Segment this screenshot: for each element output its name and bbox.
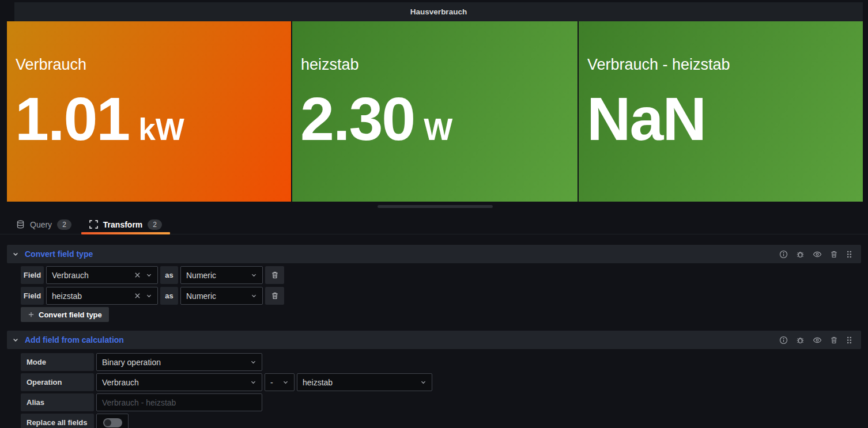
tab-transform[interactable]: Transform 2 — [89, 215, 162, 234]
operator-select[interactable]: - — [265, 373, 295, 391]
field-label: Field — [21, 287, 44, 305]
trash-icon — [271, 291, 279, 300]
plus-icon — [28, 311, 35, 318]
stat-number: 1.01 — [15, 87, 129, 151]
tab-query-badge: 2 — [57, 219, 71, 230]
toggle-track — [103, 418, 122, 427]
field-select[interactable]: Verbrauch — [46, 266, 158, 284]
delete-row-button[interactable] — [265, 266, 284, 284]
stat-value: 1.01 kW — [15, 87, 184, 151]
alias-input[interactable] — [96, 393, 262, 411]
add-convert-field-type-button[interactable]: Convert field type — [21, 307, 109, 322]
field-select[interactable]: heizstab — [46, 287, 158, 305]
chevron-down-icon — [420, 379, 427, 385]
trash-icon[interactable] — [830, 336, 838, 344]
mode-label: Mode — [21, 353, 94, 371]
trash-icon — [271, 271, 279, 279]
stat-number: 2.30 — [300, 87, 414, 151]
chevron-down-icon — [282, 379, 289, 385]
left-operand-select[interactable]: Verbrauch — [96, 373, 262, 391]
chevron-down-icon — [250, 359, 256, 365]
info-icon[interactable] — [779, 336, 788, 344]
toggle-knob — [104, 419, 111, 426]
section-title: Convert field type — [25, 249, 93, 259]
chevron-down-icon — [12, 336, 19, 343]
bug-icon[interactable] — [796, 336, 805, 344]
tab-query[interactable]: Query 2 — [16, 215, 71, 234]
section-actions — [779, 250, 861, 259]
editor-tabs: Query 2 Transform 2 — [0, 215, 868, 234]
as-label: as — [160, 266, 178, 284]
stat-tile-verbrauch: Verbrauch 1.01 kW — [7, 21, 291, 202]
tab-transform-badge: 2 — [148, 219, 162, 230]
convert-row-1: Field Verbrauch as Numeric — [21, 266, 284, 284]
chevron-down-icon — [146, 293, 152, 299]
section-title: Add field from calculation — [25, 335, 124, 344]
type-select[interactable]: Numeric — [180, 266, 263, 284]
field-label: Field — [21, 266, 44, 284]
eye-icon[interactable] — [813, 336, 822, 344]
trash-icon[interactable] — [830, 250, 838, 259]
alias-label: Alias — [21, 393, 94, 411]
mode-select[interactable]: Binary operation — [96, 353, 262, 371]
chevron-down-icon — [12, 251, 19, 257]
tab-transform-label: Transform — [103, 220, 142, 229]
section-add-field-from-calculation[interactable]: Add field from calculation — [7, 331, 861, 349]
chevron-down-icon — [251, 272, 257, 278]
grip-icon[interactable] — [846, 250, 852, 259]
stat-tile-difference: Verbrauch - heizstab NaN — [579, 21, 863, 202]
stat-value: NaN — [587, 87, 715, 151]
stat-tile-heizstab: heizstab 2.30 W — [292, 21, 578, 202]
info-icon[interactable] — [779, 250, 788, 259]
bug-icon[interactable] — [796, 250, 805, 259]
delete-row-button[interactable] — [265, 287, 284, 305]
mode-row: Mode Binary operation — [21, 353, 262, 371]
stat-number: NaN — [587, 87, 705, 151]
operation-label: Operation — [21, 373, 94, 391]
convert-row-2: Field heizstab as Numeric — [21, 287, 284, 305]
chevron-down-icon — [250, 379, 256, 385]
section-convert-field-type[interactable]: Convert field type — [7, 245, 861, 263]
transform-icon — [89, 220, 98, 229]
alias-row: Alias — [21, 393, 262, 411]
grafana-panel-editor: Hausverbrauch Verbrauch 1.01 kW heizstab… — [0, 0, 868, 428]
stat-unit: kW — [138, 112, 184, 147]
stat-label: Verbrauch — [16, 56, 86, 74]
type-select[interactable]: Numeric — [180, 287, 263, 305]
stat-value: 2.30 W — [300, 87, 452, 151]
panel-title: Hausverbrauch — [410, 7, 467, 16]
tab-query-label: Query — [30, 220, 52, 229]
close-icon[interactable] — [134, 272, 141, 278]
replace-all-fields-row: Replace all fields — [21, 414, 129, 428]
replace-all-fields-label: Replace all fields — [21, 414, 94, 428]
operation-row: Operation Verbrauch - heizstab — [21, 373, 432, 391]
eye-icon[interactable] — [813, 250, 822, 259]
stat-label: heizstab — [301, 56, 359, 74]
panel-header[interactable]: Hausverbrauch — [14, 2, 863, 21]
preview-resize-handle[interactable] — [378, 205, 493, 208]
stat-label: Verbrauch - heizstab — [587, 56, 730, 74]
replace-all-fields-toggle[interactable] — [96, 414, 129, 428]
grip-icon[interactable] — [846, 336, 852, 344]
stat-unit: W — [424, 112, 452, 147]
chevron-down-icon — [146, 272, 152, 278]
right-operand-select[interactable]: heizstab — [297, 373, 432, 391]
section-actions — [779, 336, 861, 344]
database-icon — [16, 220, 25, 229]
chevron-down-icon — [251, 293, 257, 299]
as-label: as — [160, 287, 178, 305]
close-icon[interactable] — [134, 293, 141, 299]
